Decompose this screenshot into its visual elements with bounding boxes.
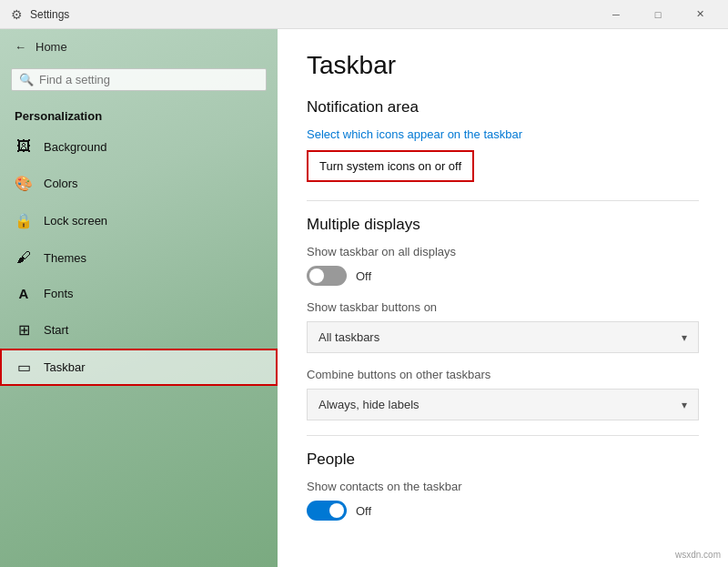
select-icons-link[interactable]: Select which icons appear on the taskbar xyxy=(307,127,699,141)
chevron-down-icon-2: ▾ xyxy=(682,399,687,411)
app-body: ← Home 🔍 Personalization 🖼 Background 🎨 … xyxy=(0,29,728,567)
search-box: 🔍 xyxy=(11,68,267,91)
show-taskbar-label: Show taskbar on all displays xyxy=(307,245,699,258)
chevron-down-icon: ▾ xyxy=(682,331,687,344)
search-icon: 🔍 xyxy=(19,73,34,86)
title-bar-title: Settings xyxy=(30,8,69,21)
watermark: wsxdn.com xyxy=(675,550,721,560)
show-buttons-dropdown[interactable]: All taskbars ▾ xyxy=(307,321,699,353)
show-taskbar-toggle[interactable] xyxy=(307,266,347,286)
sidebar-item-taskbar-label: Taskbar xyxy=(44,360,86,374)
show-contacts-label: Show contacts on the taskbar xyxy=(307,480,699,493)
sidebar-item-background-label: Background xyxy=(44,140,106,154)
maximize-button[interactable]: □ xyxy=(637,0,679,29)
sidebar-item-themes[interactable]: 🖌 Themes xyxy=(0,239,278,276)
sidebar-item-themes-label: Themes xyxy=(44,251,86,265)
lock-screen-icon: 🔒 xyxy=(15,212,33,229)
title-bar: ⚙ Settings ─ □ ✕ xyxy=(0,0,728,29)
show-buttons-label: Show taskbar buttons on xyxy=(307,300,699,314)
divider-1 xyxy=(307,200,699,201)
sidebar-item-fonts[interactable]: A Fonts xyxy=(0,276,278,311)
sidebar-item-lock-screen-label: Lock screen xyxy=(44,214,107,228)
colors-icon: 🎨 xyxy=(15,175,33,192)
multiple-displays-heading: Multiple displays xyxy=(307,216,699,234)
page-title: Taskbar xyxy=(307,51,699,80)
toggle-knob xyxy=(309,268,324,283)
fonts-icon: A xyxy=(15,286,33,301)
sidebar-item-fonts-label: Fonts xyxy=(44,287,74,300)
sidebar-item-background[interactable]: 🖼 Background xyxy=(0,128,278,165)
combine-buttons-dropdown[interactable]: Always, hide labels ▾ xyxy=(307,389,699,420)
turn-system-icons-link[interactable]: Turn system icons on or off xyxy=(307,150,474,182)
window-controls: ─ □ ✕ xyxy=(595,0,721,29)
show-taskbar-toggle-row: Off xyxy=(307,266,699,286)
people-heading: People xyxy=(307,451,699,469)
back-arrow-icon: ← xyxy=(15,40,26,54)
combine-buttons-label: Combine buttons on other taskbars xyxy=(307,368,699,381)
search-input[interactable] xyxy=(39,73,258,86)
sidebar-section-label: Personalization xyxy=(0,102,278,128)
sidebar: ← Home 🔍 Personalization 🖼 Background 🎨 … xyxy=(0,29,278,567)
sidebar-item-lock-screen[interactable]: 🔒 Lock screen xyxy=(0,202,278,239)
toggle-knob-2 xyxy=(329,503,344,518)
close-button[interactable]: ✕ xyxy=(679,0,721,29)
sidebar-item-colors-label: Colors xyxy=(44,177,78,190)
combine-buttons-value: Always, hide labels xyxy=(318,398,420,411)
start-icon: ⊞ xyxy=(15,321,33,339)
show-contacts-toggle-row: Off xyxy=(307,501,699,521)
sidebar-item-start-label: Start xyxy=(44,323,68,337)
settings-icon: ⚙ xyxy=(11,7,23,22)
sidebar-item-start[interactable]: ⊞ Start xyxy=(0,311,278,349)
divider-2 xyxy=(307,435,699,436)
sidebar-item-colors[interactable]: 🎨 Colors xyxy=(0,165,278,202)
sidebar-item-taskbar[interactable]: ▭ Taskbar xyxy=(0,349,278,386)
show-taskbar-toggle-label: Off xyxy=(356,269,371,283)
main-panel: Taskbar Notification area Select which i… xyxy=(278,29,728,567)
back-button[interactable]: ← Home xyxy=(0,29,278,65)
background-icon: 🖼 xyxy=(15,138,33,155)
show-buttons-value: All taskbars xyxy=(318,330,379,344)
taskbar-icon: ▭ xyxy=(15,359,33,376)
themes-icon: 🖌 xyxy=(15,249,33,266)
minimize-button[interactable]: ─ xyxy=(595,0,637,29)
back-label: Home xyxy=(35,40,67,54)
show-contacts-toggle-label: Off xyxy=(356,504,371,518)
notification-area-heading: Notification area xyxy=(307,98,699,116)
show-contacts-toggle[interactable] xyxy=(307,501,347,521)
